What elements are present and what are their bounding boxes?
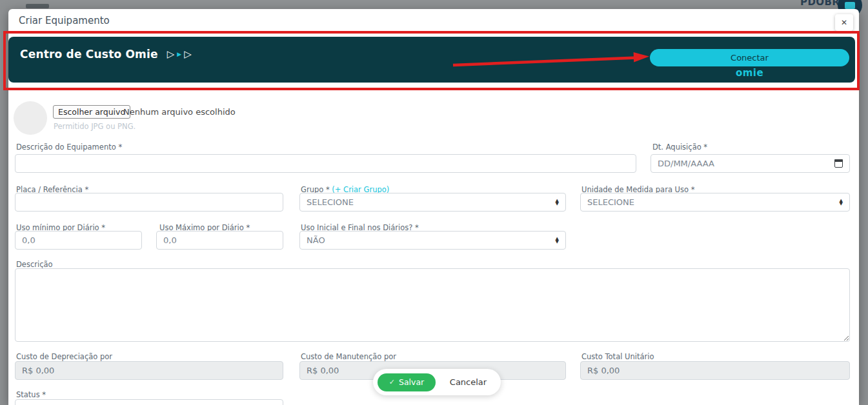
- omie-logo: omie: [650, 67, 849, 79]
- file-status-text: Nenhum arquivo escolhido: [123, 107, 236, 117]
- close-icon[interactable]: ✕: [835, 14, 853, 31]
- min-daily-usage-input[interactable]: [15, 231, 142, 250]
- usage-unit-select[interactable]: SELECIONE ▲▼: [580, 193, 850, 212]
- save-button[interactable]: ✓ Salvar: [378, 373, 436, 391]
- total-unit-cost-label: Custo Total Unitário: [581, 352, 654, 361]
- depreciation-cost-label: Custo de Depreciação por: [16, 352, 112, 361]
- select-arrows-icon: ▲▼: [556, 237, 559, 243]
- equipment-description-input[interactable]: [15, 154, 636, 173]
- plate-reference-input[interactable]: [15, 193, 283, 212]
- triangle-filled-icon: ▶: [177, 52, 181, 57]
- triangle-outline-icon: ▷: [184, 50, 192, 59]
- cancel-button[interactable]: Cancelar: [436, 377, 501, 387]
- initial-final-usage-value: NÃO: [307, 235, 325, 245]
- action-bar: ✓ Salvar Cancelar: [373, 369, 501, 395]
- save-button-label: Salvar: [399, 377, 424, 387]
- triangle-outline-icon: ▷: [167, 50, 175, 59]
- description-textarea[interactable]: [15, 268, 850, 342]
- equipment-photo-placeholder: [14, 101, 47, 135]
- max-daily-usage-input[interactable]: [156, 231, 283, 250]
- maintenance-cost-label: Custo de Manutenção por: [301, 352, 396, 361]
- file-hint-text: Permitido JPG ou PNG.: [54, 122, 136, 131]
- steps-icons: ▷ ▶ ▷: [167, 50, 192, 59]
- group-select-value: SELECIONE: [307, 197, 354, 207]
- total-unit-cost-field: R$ 0,00: [580, 361, 850, 380]
- select-arrows-icon: ▲▼: [556, 199, 559, 205]
- equipment-description-label: Descrição do Equipamento *: [16, 143, 122, 152]
- create-equipment-modal: Criar Equipamento ✕ Centro de Custo Omie…: [8, 9, 859, 405]
- banner-title: Centro de Custo Omie: [20, 48, 158, 61]
- calendar-icon[interactable]: [834, 159, 843, 168]
- modal-title: Criar Equipamento: [19, 15, 110, 26]
- status-label: Status *: [16, 390, 46, 399]
- connect-button[interactable]: Conectar: [650, 49, 849, 66]
- omie-banner: Centro de Custo Omie ▷ ▶ ▷ Conectar omie: [8, 37, 855, 83]
- depreciation-cost-field: R$ 0,00: [15, 361, 283, 380]
- screen: PDOBRAS Criar Equipamento ✕ Centro de Cu…: [0, 0, 868, 405]
- menu-icon: [26, 4, 49, 8]
- initial-final-usage-select[interactable]: NÃO ▲▼: [299, 231, 566, 250]
- select-arrows-icon: ▲▼: [840, 199, 843, 205]
- choose-file-button[interactable]: Escolher arquivo: [53, 105, 130, 119]
- date-placeholder: DD/MM/AAAA: [658, 159, 714, 168]
- group-select[interactable]: SELECIONE ▲▼: [299, 193, 566, 212]
- usage-unit-select-value: SELECIONE: [587, 197, 634, 207]
- acquisition-date-label: Dt. Aquisição *: [652, 143, 707, 152]
- description-label: Descrição: [16, 260, 53, 269]
- avatar-logo-icon: [845, 2, 855, 9]
- check-icon: ✓: [389, 378, 395, 386]
- status-select[interactable]: [15, 399, 283, 405]
- acquisition-date-input[interactable]: DD/MM/AAAA: [651, 154, 850, 173]
